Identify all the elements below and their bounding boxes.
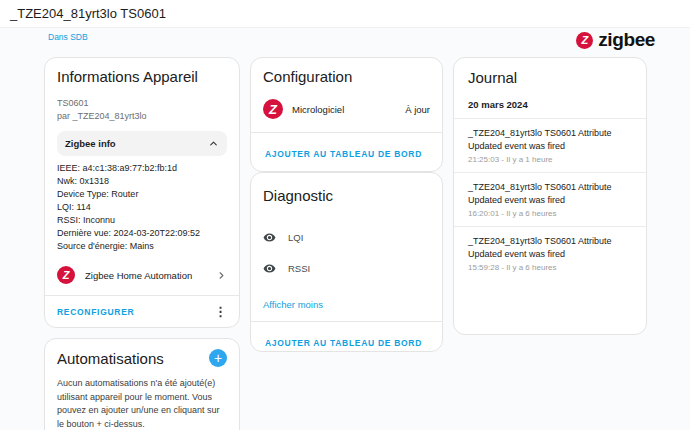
reconfigure-button[interactable]: RECONFIGURER bbox=[57, 307, 134, 317]
diagnostic-title: Diagnostic bbox=[263, 187, 430, 204]
diagnostic-entity-label: RSSI bbox=[288, 263, 310, 274]
zigbee-brand-logo: Z zigbee bbox=[576, 29, 655, 51]
device-manufacturer: par _TZE204_81yrt3lo bbox=[57, 110, 227, 123]
top-bar: _TZE204_81yrt3lo TS0601 bbox=[0, 0, 690, 28]
zigbee-info-label: Zigbee info bbox=[65, 138, 116, 149]
firmware-entity-icon: Z bbox=[263, 99, 283, 119]
automations-card: Automatisations + Aucun automatisations … bbox=[44, 338, 240, 430]
info-line-device-type: Device Type: Router bbox=[57, 188, 227, 201]
integration-link-zha[interactable]: Z Zigbee Home Automation bbox=[57, 266, 227, 284]
chevron-up-icon bbox=[208, 138, 219, 149]
journal-entry[interactable]: _TZE204_81yrt3lo TS0601 Attribute Update… bbox=[454, 226, 646, 280]
info-line-rssi: RSSI: Inconnu bbox=[57, 214, 227, 227]
zigbee-logo-text: zigbee bbox=[598, 29, 655, 51]
zigbee-info-expansion-header[interactable]: Zigbee info bbox=[57, 131, 227, 156]
config-add-to-dashboard-button[interactable]: AJOUTER AU TABLEAU DE BORD bbox=[265, 149, 422, 159]
info-line-power-source: Source d'énergie: Mains bbox=[57, 240, 227, 253]
device-info-card: Informations Appareil TS0601 par _TZE204… bbox=[44, 57, 240, 328]
main-area: Dans SDB Z zigbee Informations Appareil … bbox=[0, 28, 690, 430]
journal-entry[interactable]: _TZE204_81yrt3lo TS0601 Attribute Update… bbox=[454, 172, 646, 226]
journal-entry[interactable]: _TZE204_81yrt3lo TS0601 Attribute Update… bbox=[454, 118, 646, 172]
journal-entry-text: _TZE204_81yrt3lo TS0601 Attribute Update… bbox=[468, 127, 634, 153]
info-line-last-seen: Dernière vue: 2024-03-20T22:09:52 bbox=[57, 227, 227, 240]
page-title: _TZE204_81yrt3lo TS0601 bbox=[10, 6, 166, 21]
breadcrumb-area-link[interactable]: Dans SDB bbox=[48, 32, 88, 42]
device-model: TS0601 bbox=[57, 97, 227, 110]
plus-icon: + bbox=[214, 351, 222, 365]
diagnostic-card: Diagnostic LQI RSSI Afficher moins AJOUT… bbox=[250, 172, 443, 352]
overflow-menu-icon[interactable]: ⋮ bbox=[214, 305, 227, 318]
info-line-ieee: IEEE: a4:c1:38:a9:77:b2:fb:1d bbox=[57, 162, 227, 175]
device-info-title: Informations Appareil bbox=[57, 68, 227, 85]
diagnostic-entity-label: LQI bbox=[288, 232, 303, 243]
info-line-lqi: LQI: 114 bbox=[57, 201, 227, 214]
diagnostic-entity-row-rssi[interactable]: RSSI bbox=[263, 262, 430, 275]
zigbee-info-details: IEEE: a4:c1:38:a9:77:b2:fb:1d Nwk: 0x131… bbox=[57, 162, 227, 253]
journal-entry-time: 16:20:01 - Il y a 6 heures bbox=[468, 209, 634, 218]
firmware-entity-row[interactable]: Z Micrologiciel À jour bbox=[263, 99, 430, 119]
journal-entry-text: _TZE204_81yrt3lo TS0601 Attribute Update… bbox=[468, 235, 634, 261]
automations-empty-text: Aucun automatisations n'a été ajouté(e) … bbox=[57, 377, 227, 430]
configuration-card: Configuration Z Micrologiciel À jour AJO… bbox=[250, 57, 443, 172]
journal-entry-time: 21:25:03 - Il y a 1 heure bbox=[468, 155, 634, 164]
firmware-entity-label: Micrologiciel bbox=[292, 104, 344, 115]
show-less-link[interactable]: Afficher moins bbox=[263, 299, 323, 310]
journal-entry-text: _TZE204_81yrt3lo TS0601 Attribute Update… bbox=[468, 181, 634, 207]
zigbee-logo-icon: Z bbox=[576, 32, 593, 49]
configuration-title: Configuration bbox=[263, 68, 430, 85]
eye-icon bbox=[263, 231, 276, 244]
firmware-entity-state: À jour bbox=[405, 104, 430, 115]
add-automation-button[interactable]: + bbox=[209, 349, 227, 367]
chevron-right-icon bbox=[216, 270, 227, 281]
journal-entry-time: 15:59:28 - Il y a 6 heures bbox=[468, 263, 634, 272]
zha-integration-icon: Z bbox=[57, 266, 75, 284]
eye-icon bbox=[263, 262, 276, 275]
integration-label: Zigbee Home Automation bbox=[85, 270, 192, 281]
journal-date-header: 20 mars 2024 bbox=[468, 99, 632, 110]
diagnostic-add-to-dashboard-button[interactable]: AJOUTER AU TABLEAU DE BORD bbox=[265, 338, 422, 348]
info-line-nwk: Nwk: 0x1318 bbox=[57, 175, 227, 188]
journal-card: Journal 20 mars 2024 _TZE204_81yrt3lo TS… bbox=[453, 57, 647, 335]
automations-title: Automatisations bbox=[57, 350, 164, 367]
journal-title: Journal bbox=[468, 69, 632, 86]
diagnostic-entity-row-lqi[interactable]: LQI bbox=[263, 231, 430, 244]
